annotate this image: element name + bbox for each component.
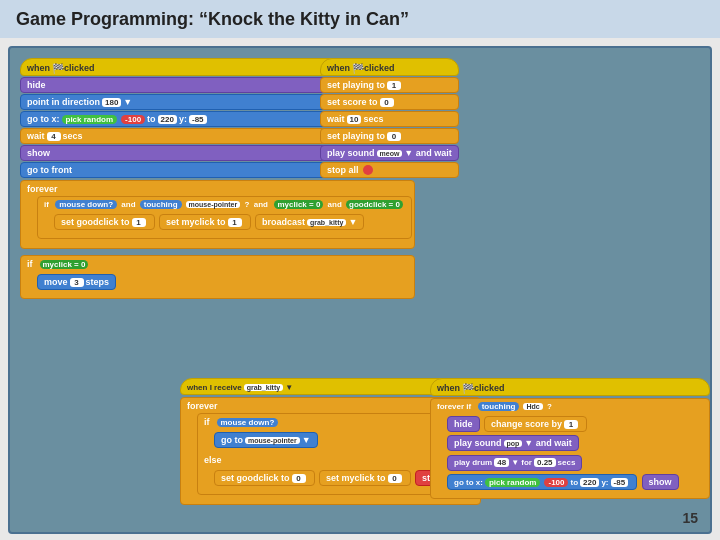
change-score-block: change score by 1 — [484, 416, 587, 432]
forever-if-block: forever if touchingHdc ? hide change sco… — [430, 398, 710, 499]
set-score-0-block: set score to 0 — [320, 94, 459, 110]
if-block-myclick: if myclick = 0 move 3 steps — [20, 255, 415, 299]
group5-blocks: when 🏁 clicked forever if touchingHdc ? … — [430, 378, 710, 500]
flag-icon-1: 🏁 — [52, 63, 62, 73]
forever-block-1: forever if mouse down? and touching mous… — [20, 180, 415, 249]
play-drum-block: play drum 48▼ for 0.25 secs — [447, 455, 582, 471]
go-to-mouse-block: go to mouse-pointer▼ — [214, 432, 318, 448]
goto-xy-block-5: go to x: pick random-100 to 220 y: -85 — [447, 474, 637, 490]
set-goodclick-0-block: set goodclick to 0 — [214, 470, 315, 486]
main-content: when 🏁 clicked hide point in direction 1… — [8, 46, 712, 534]
set-playing-0-block: set playing to 0 — [320, 128, 459, 144]
move-steps-block: move 3 steps — [37, 274, 116, 290]
hat-block-2: when 🏁 clicked — [320, 58, 459, 76]
header: Game Programming: “Knock the Kitty in Ca… — [0, 0, 720, 38]
page-number: 15 — [682, 510, 698, 526]
set-playing-1-block: set playing to 1 — [320, 77, 459, 93]
set-goodclick-block: set goodclick to 1 — [54, 214, 155, 230]
flag-icon-2: 🏁 — [352, 63, 362, 73]
stop-all-block: stop all — [320, 162, 459, 178]
set-myclick-block: set myclick to 1 — [159, 214, 251, 230]
hat-block-5: when 🏁 clicked — [430, 378, 710, 396]
wait-10-block: wait 10 secs — [320, 111, 459, 127]
group2-blocks: when 🏁 clicked set playing to 1 set scor… — [320, 58, 459, 178]
header-title: Game Programming: “Knock the Kitty in Ca… — [16, 9, 409, 30]
broadcast-block: broadcast grab_kitty▼ — [255, 214, 364, 230]
play-pop-block: play sound pop▼ and wait — [447, 435, 579, 451]
show-block-5: show — [642, 474, 679, 490]
set-myclick-0-block: set myclick to 0 — [319, 470, 411, 486]
play-sound-meow-block: play sound meow▼ and wait — [320, 145, 459, 161]
hide-block-5: hide — [447, 416, 480, 432]
if-block-main: if mouse down? and touching mouse-pointe… — [37, 196, 412, 239]
stop-circle-icon — [363, 165, 373, 175]
flag-icon-5: 🏁 — [462, 383, 472, 393]
